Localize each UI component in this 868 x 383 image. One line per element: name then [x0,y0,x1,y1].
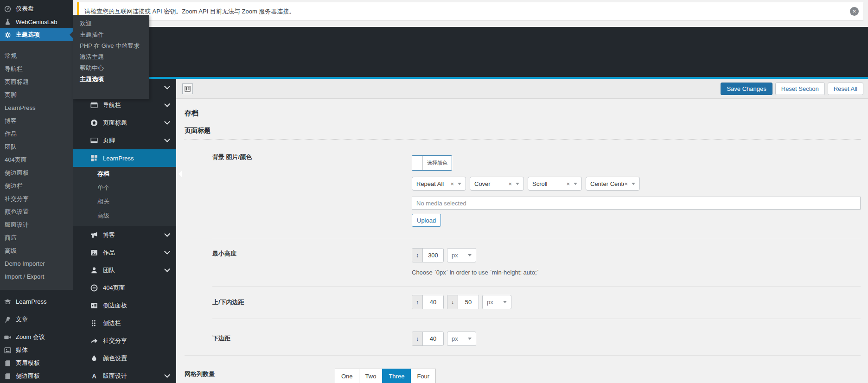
grid-columns-option[interactable]: One [335,369,359,383]
theme-subsection-item[interactable]: 存档 [73,167,176,181]
media-icon [4,346,12,354]
flyout-menu-item[interactable]: PHP 在 Give 中的要求 [73,40,149,51]
min-height-unit-select[interactable]: px [447,248,476,262]
theme-section-label: 导航栏 [103,101,121,109]
theme-section-item[interactable]: 社交分享 [73,332,176,350]
flyout-menu-item[interactable]: 主题插件 [73,29,149,40]
admin-menu-item[interactable]: 仪表盘 [0,2,73,15]
media-input[interactable] [412,197,861,210]
margin-bottom-input[interactable] [423,332,443,345]
admin-submenu-item[interactable]: 社交分享 [5,192,73,205]
admin-submenu-item[interactable]: 博客 [5,115,73,128]
admin-menu-item[interactable]: Zoom 会议 [0,331,73,344]
admin-submenu-item[interactable]: 团队 [5,140,73,153]
portfolio-icon [90,249,98,257]
admin-submenu-item[interactable]: 导航栏 [5,63,73,76]
admin-submenu-item[interactable]: 作品 [5,128,73,140]
theme-subsection-item[interactable]: 高级 [73,209,176,223]
dismiss-notice-button[interactable]: ✕ [850,7,859,16]
admin-menu-item-label: 侧边面板 [16,372,40,380]
admin-menu-item[interactable]: 文章 [0,313,73,326]
admin-submenu-item[interactable]: 版面设计 [5,218,73,231]
admin-submenu-item[interactable]: LearnPress [5,102,73,115]
theme-section-label: LearnPress [103,155,134,162]
admin-menu-item[interactable]: LearnPress [0,294,73,309]
admin-submenu-item[interactable]: Demo Importer [5,257,73,270]
color-swatch [412,156,423,170]
grid-columns-options: One Two Three Four [335,369,436,383]
color-picker-button[interactable]: 选择颜色 [412,155,452,171]
admin-menu-item-label: 页眉模板 [16,359,40,367]
admin-menu-item[interactable]: WebGeniusLab [0,15,73,28]
grid-columns-option[interactable]: Three [382,369,411,383]
padding-bottom-input[interactable] [458,295,479,309]
admin-submenu-item[interactable]: 404页面 [5,153,73,166]
admin-submenu-item[interactable]: Import / Export [5,270,73,283]
admin-submenu-item[interactable]: 侧边栏 [5,179,73,192]
theme-section-label: 侧边栏 [103,319,121,327]
admin-menu-item[interactable]: 侧边面板 [0,370,73,383]
theme-section-item[interactable]: 侧边栏 [73,314,176,332]
theme-sections-bottom: 博客 作品 团队 404页面 侧边面板 [73,226,176,383]
admin-menu-item[interactable]: 页眉模板 [0,357,73,370]
flyout-menu-item[interactable]: 欢迎 [73,18,149,29]
admin-submenu-item[interactable]: 常规 [5,50,73,63]
theme-section-item[interactable]: 页面标题 [73,114,176,132]
background-option-select[interactable]: Repeat All [412,177,466,191]
row-separator [212,239,861,239]
theme-section-item[interactable]: 导航栏 [73,96,176,114]
padding-unit-select[interactable]: px [482,295,511,309]
margin-unit-select[interactable]: px [447,332,476,346]
flyout-menu-item[interactable]: 帮助中心 [73,63,149,74]
admin-menu-item[interactable]: 媒体 [0,344,73,357]
side-panel-admin-icon [4,372,12,380]
theme-section-item[interactable]: 侧边面板 [73,297,176,314]
theme-section-item-learnpress[interactable]: LearnPress [73,149,176,167]
footer-icon [90,136,98,145]
sidebar-widgets-icon [90,319,98,327]
save-changes-button[interactable]: Save Changes [721,83,772,95]
theme-section-item[interactable]: 页脚 [73,132,176,149]
clear-selection-icon[interactable] [450,180,454,187]
learnpress-grid-icon [90,154,98,162]
admin-submenu-item[interactable]: 高级 [5,244,73,257]
flyout-menu-item[interactable]: 主题选项 [73,74,149,85]
theme-section-item[interactable]: 作品 [73,244,176,262]
theme-subsection-item[interactable]: 相关 [73,195,176,209]
min-height-input[interactable] [423,249,443,262]
chevron-down-icon [164,249,170,255]
flyout-menu-item[interactable]: 激活主题 [73,51,149,63]
theme-section-item[interactable]: 团队 [73,262,176,279]
theme-section-item[interactable]: A 版面设计 [73,367,176,383]
up-arrow-icon: ↑ [412,295,423,309]
theme-section-item[interactable]: 404页面 [73,279,176,297]
theme-subsection-item[interactable]: 单个 [73,181,176,195]
theme-options-header [73,27,868,79]
admin-submenu-item[interactable]: 颜色设置 [5,205,73,218]
upload-button[interactable]: Upload [412,214,441,227]
admin-submenu-item[interactable]: 侧边面板 [5,166,73,179]
layout-toggle-button[interactable] [182,83,193,94]
admin-submenu-item[interactable]: 页面标题 [5,76,73,89]
clear-selection-icon[interactable] [508,180,512,187]
background-option-select[interactable]: Center Center [586,177,640,191]
unit-value: px [487,299,493,306]
reset-all-button[interactable]: Reset All [828,83,863,95]
theme-section-item[interactable]: 博客 [73,226,176,244]
clear-selection-icon[interactable] [624,180,628,187]
chevron-down-icon [164,119,170,125]
reset-section-button[interactable]: Reset Section [775,83,825,95]
side-panel-icon [90,301,98,310]
background-option-select[interactable]: Cover [470,177,524,191]
grid-columns-option[interactable]: Four [410,369,436,383]
admin-menu-top: 仪表盘 WebGeniusLab 主题选项 [0,0,73,41]
admin-submenu-item[interactable]: 商店 [5,231,73,244]
background-option-select[interactable]: Scroll [528,177,582,191]
admin-menu-item[interactable]: 主题选项 [0,28,73,41]
grid-columns-option[interactable]: Two [359,369,383,383]
padding-top-input[interactable] [423,295,443,309]
admin-submenu-item[interactable]: 页脚 [5,89,73,102]
unit-value: px [452,252,458,259]
clear-selection-icon[interactable] [566,180,570,187]
theme-section-item[interactable]: 颜色设置 [73,350,176,367]
